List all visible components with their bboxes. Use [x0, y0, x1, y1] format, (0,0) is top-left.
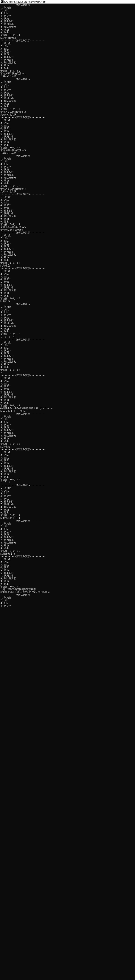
menu-header: -----------循环队列演示----------- [0, 519, 135, 522]
menu-item-7: 7、队列大小 [0, 135, 135, 138]
menu-item-8: 8、取队首元素 [0, 215, 135, 218]
menu-item-5: 5、队满 [0, 17, 135, 20]
prompt-line: 请选择（0~9）：8 [0, 550, 135, 552]
user-input[interactable]: 5 [19, 442, 20, 445]
menu-item-6: 6、输出队列 [0, 209, 135, 212]
user-input[interactable]: 4 [19, 261, 20, 264]
menu-item-2: 2、入队 [0, 45, 135, 48]
user-input[interactable]: 1 [19, 34, 20, 37]
menu-item-5: 5、队满 [0, 207, 135, 209]
menu-item-1: 1、初始化 [0, 157, 135, 160]
menu-item-7: 7、队列大小 [0, 539, 135, 541]
input-prompt-line: 请输入要入队的元素x=3 [0, 149, 135, 152]
menu-item-3: 3、出队 [0, 163, 135, 165]
menu-item-7: 7、队列大小 [0, 393, 135, 396]
prompt-line: 请选择（0~9）：2 [0, 223, 135, 226]
user-input[interactable]: 7 [19, 514, 20, 517]
menu-item-6: 6、输出队列 [0, 132, 135, 135]
menu-item-10: 0、退出 [0, 366, 135, 369]
menu-item-8: 8、取队首元素 [0, 253, 135, 256]
menu-item-10: 0、退出 [0, 440, 135, 442]
menu-item-1: 1、初始化 [0, 522, 135, 525]
menu-item-1: 1、初始化 [0, 270, 135, 272]
input-prompt: 请输入要入队的元素x= [0, 149, 24, 152]
menu-item-7: 7、队列大小 [0, 212, 135, 215]
prompt-line: 请选择（0~9）：5 [0, 297, 135, 300]
menu-item-8: 8、取队首元素 [0, 138, 135, 141]
prompt-line: 请选择（0~9）：9 [0, 585, 135, 588]
user-input[interactable]: 2 [19, 146, 20, 149]
user-input[interactable]: 5 [19, 297, 20, 300]
menu-item-6: 6、输出队列 [0, 171, 135, 173]
menu-item-5: 5、队满 [0, 498, 135, 500]
menu-item-1: 1、初始化 [0, 42, 135, 45]
input-prompt-line: 请输入要入队的元素x=5 [0, 226, 135, 229]
menu-item-2: 2、入队 [0, 121, 135, 124]
menu-header: -----------循环队列演示----------- [0, 555, 135, 558]
user-input[interactable]: 8 [19, 550, 20, 552]
svg-text:>_: >_ [1, 1, 3, 3]
menu-item-4: 4、队空？ [0, 89, 135, 91]
menu-item-1: 1、初始化 [0, 305, 135, 308]
menu-item-4: 4、队空？ [0, 605, 135, 607]
user-input[interactable]: 2 [19, 223, 20, 226]
user-input[interactable]: 5 [24, 226, 25, 229]
console-output[interactable]: -----------循环队列演示-----------1、初始化2、入队3、出… [0, 3, 135, 608]
menu-header: -----------循环队列演示----------- [0, 338, 135, 341]
output-line: 元素x=4已入队 [0, 190, 135, 193]
user-input[interactable]: 8 [19, 404, 20, 407]
user-input[interactable]: 6 [19, 478, 20, 481]
user-input[interactable]: 2 [19, 185, 20, 188]
input-prompt-line: 请输入要入队的元素x=1 [0, 72, 135, 75]
output-line: 2 3 4 [0, 481, 135, 484]
menu-header: -----------循环队列演示----------- [0, 39, 135, 42]
menu-item-5: 5、队满 [0, 245, 135, 248]
menu-item-6: 6、输出队列 [0, 500, 135, 503]
menu-item-8: 8、取队首元素 [0, 470, 135, 473]
user-input[interactable]: 9 [19, 585, 20, 588]
output-line: 有赵华琛设计开发，程序完成了循环队列基本运 [0, 591, 135, 593]
menu-item-10: 0、退出 [0, 259, 135, 261]
menu-header: -----------循环队列演示----------- [0, 593, 135, 596]
menu-item-4: 4、队空？ [0, 50, 135, 53]
menu-item-3: 3、出队 [0, 421, 135, 423]
menu-item-7: 7、队列大小 [0, 59, 135, 61]
menu-item-7: 7、队列大小 [0, 173, 135, 177]
menu-item-8: 8、取队首元素 [0, 577, 135, 580]
menu-item-5: 5、队满 [0, 426, 135, 429]
menu-item-5: 5、队满 [0, 91, 135, 94]
menu-item-8: 8、取队首元素 [0, 541, 135, 544]
menu-item-6: 6、输出队列 [0, 429, 135, 431]
output-line: 4 [0, 371, 135, 374]
input-prompt-line: 请输入要入队的元素x=2 [0, 111, 135, 113]
menu-item-8: 8、取队首元素 [0, 61, 135, 64]
menu-item-7: 7、队列大小 [0, 467, 135, 470]
menu-item-8: 8、取队首元素 [0, 434, 135, 437]
user-input[interactable]: 2 [19, 69, 20, 72]
prompt-line: 请选择（0~9）：2 [0, 146, 135, 149]
output-line: 队列大小为【 3 】 [0, 517, 135, 519]
window-title-bar: >_ E:\Desktop\数据结构\循环队列\循环队列.exe [0, 0, 135, 3]
menu-item-10: 0、退出 [0, 31, 135, 34]
menu-item-10: 0、退出 [0, 182, 135, 185]
menu-item-7: 7、队列大小 [0, 503, 135, 506]
menu-item-6: 6、输出队列 [0, 94, 135, 97]
menu-item-9: 9、帮助 [0, 437, 135, 440]
menu-item-4: 4、队空？ [0, 127, 135, 130]
menu-item-3: 3、出队 [0, 12, 135, 14]
menu-item-8: 8、取队首元素 [0, 360, 135, 363]
user-input[interactable]: 2 [19, 108, 20, 111]
user-input[interactable]: 6 [19, 333, 20, 336]
output-line: 请增大队列！10000！ [0, 229, 135, 231]
menu-item-9: 9、帮助 [0, 292, 135, 294]
menu-item-2: 2、入队 [0, 453, 135, 456]
user-input[interactable]: 3 [24, 149, 25, 152]
user-input[interactable]: 4 [24, 188, 25, 190]
menu-item-5: 5、队满 [0, 388, 135, 390]
user-input[interactable]: 2 [24, 111, 25, 113]
user-input[interactable]: 7 [19, 369, 20, 371]
menu-header: -----------循环队列演示----------- [0, 154, 135, 157]
prompt-line: 请选择（0~9）：7 [0, 514, 135, 517]
user-input[interactable]: 1 [24, 72, 25, 75]
menu-item-2: 2、入队 [0, 418, 135, 421]
